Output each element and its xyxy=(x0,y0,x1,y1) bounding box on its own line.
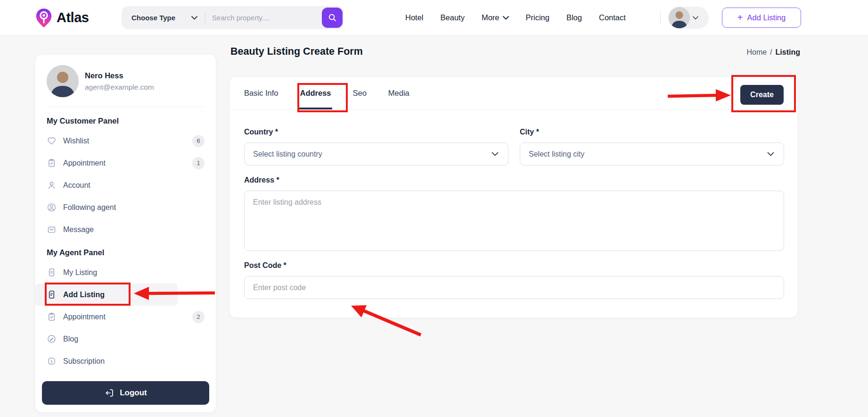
avatar xyxy=(47,65,79,97)
chevron-down-icon xyxy=(503,16,509,20)
search-icon xyxy=(328,13,337,22)
city-select[interactable]: Select listing city xyxy=(520,142,784,166)
file-edit-icon xyxy=(47,290,57,300)
nav-hotel[interactable]: Hotel xyxy=(405,13,424,22)
tab-address[interactable]: Address xyxy=(300,77,331,109)
plus-icon: + xyxy=(737,13,743,22)
count-badge: 1 xyxy=(192,157,205,169)
post-code-input[interactable] xyxy=(244,276,784,299)
nav-blog[interactable]: Blog xyxy=(566,13,582,22)
main-nav: Hotel Beauty More Pricing Blog Contact xyxy=(405,0,626,35)
divider xyxy=(205,12,205,24)
sidebar-item-account[interactable]: Account xyxy=(47,174,205,196)
file-icon xyxy=(47,267,57,277)
user-name: Nero Hess xyxy=(85,71,154,80)
tab-seo[interactable]: Seo xyxy=(353,77,367,109)
agent-panel-title: My Agent Panel xyxy=(47,248,205,259)
choose-type-label: Choose Type xyxy=(131,14,175,22)
nav-more[interactable]: More xyxy=(482,13,509,22)
brand-logo[interactable]: Atlas xyxy=(35,0,89,35)
sidebar-item-label: My Listing xyxy=(63,268,97,277)
divider xyxy=(47,107,205,107)
logout-icon xyxy=(104,388,115,398)
count-badge: 2 xyxy=(192,311,205,323)
pencil-circle-icon xyxy=(47,334,57,344)
dollar-icon: $ xyxy=(47,356,57,366)
breadcrumb-home[interactable]: Home xyxy=(746,48,767,57)
country-select[interactable]: Select listing country xyxy=(244,142,508,166)
breadcrumb-separator: / xyxy=(770,48,772,57)
header: Atlas Choose Type Hotel Beauty More xyxy=(0,0,868,35)
add-listing-button[interactable]: + Add Listing xyxy=(722,8,801,28)
sidebar-item-label: Message xyxy=(63,225,94,234)
tab-basic-info[interactable]: Basic Info xyxy=(244,77,278,109)
tab-media[interactable]: Media xyxy=(388,77,409,109)
heart-icon xyxy=(47,136,57,146)
form-card: Basic Info Address Seo Media Create Coun… xyxy=(229,77,797,317)
sidebar-item-label: Add Listing xyxy=(63,291,105,299)
chevron-down-icon xyxy=(767,152,774,156)
customer-panel-list: Wishlist 6 Appointment 1 Account xyxy=(47,130,205,241)
customer-panel-title: My Customer Panel xyxy=(47,117,205,127)
tabs: Basic Info Address Seo Media xyxy=(229,77,797,110)
sidebar-item-label: Subscription xyxy=(63,357,105,366)
divider xyxy=(660,11,661,24)
sidebar-item-subscription[interactable]: $ Subscription xyxy=(47,350,205,372)
logout-label: Logout xyxy=(120,388,147,398)
sidebar-item-following-agent[interactable]: Following agent xyxy=(47,196,205,218)
choose-type-dropdown[interactable]: Choose Type xyxy=(131,14,197,22)
svg-text:$: $ xyxy=(50,359,53,364)
sidebar-item-wishlist[interactable]: Wishlist 6 xyxy=(47,130,205,152)
sidebar-item-label: Following agent xyxy=(63,203,116,212)
post-code-label: Post Code * xyxy=(244,261,784,270)
profile: Nero Hess agent@example.com xyxy=(47,65,205,97)
count-badge: 6 xyxy=(192,135,205,147)
sidebar: Nero Hess agent@example.com My Customer … xyxy=(35,55,216,412)
address-form: Country * Select listing country City * … xyxy=(229,110,797,299)
search-bar: Choose Type xyxy=(122,6,344,29)
sidebar-item-appointment[interactable]: Appointment 1 xyxy=(47,152,205,174)
chevron-down-icon xyxy=(191,16,197,20)
create-button[interactable]: Create xyxy=(740,85,784,105)
address-label: Address * xyxy=(244,176,784,184)
breadcrumb: Home / Listing xyxy=(746,48,800,57)
page-title: Beauty Listing Create Form xyxy=(230,46,363,58)
country-label: Country * xyxy=(244,128,508,136)
nav-pricing[interactable]: Pricing xyxy=(526,13,549,22)
map-pin-icon xyxy=(35,8,52,28)
user-email: agent@example.com xyxy=(85,83,154,92)
sidebar-item-appointment-agent[interactable]: Appointment 2 xyxy=(47,306,205,328)
address-textarea[interactable] xyxy=(244,191,784,251)
avatar xyxy=(669,7,690,28)
search-button[interactable] xyxy=(322,8,343,28)
clipboard-check-icon xyxy=(47,312,57,322)
agent-panel-list: My Listing Add Listing Appointment 2 Bl xyxy=(47,261,205,372)
envelope-icon xyxy=(47,225,57,234)
logout-button[interactable]: Logout xyxy=(42,381,209,405)
chevron-down-icon xyxy=(491,152,499,156)
sidebar-item-label: Wishlist xyxy=(63,137,89,145)
page: Atlas Choose Type Hotel Beauty More xyxy=(0,0,868,417)
sidebar-item-label: Appointment xyxy=(63,159,106,167)
nav-beauty[interactable]: Beauty xyxy=(441,13,465,22)
breadcrumb-current: Listing xyxy=(776,48,800,57)
user-menu[interactable] xyxy=(668,7,709,29)
country-select-value: Select listing country xyxy=(253,150,322,158)
brand-name: Atlas xyxy=(57,10,89,25)
sidebar-item-blog[interactable]: Blog xyxy=(47,328,205,350)
nav-more-label: More xyxy=(482,13,500,22)
sidebar-item-label: Account xyxy=(63,181,90,190)
clipboard-check-icon xyxy=(47,158,57,168)
add-listing-label: Add Listing xyxy=(747,13,786,22)
user-circle-icon xyxy=(47,202,57,212)
search-input[interactable] xyxy=(212,14,322,22)
sidebar-item-add-listing[interactable]: Add Listing xyxy=(35,284,178,306)
sidebar-item-message[interactable]: Message xyxy=(47,218,205,241)
user-icon xyxy=(47,180,57,190)
nav-contact[interactable]: Contact xyxy=(599,13,626,22)
chevron-down-icon xyxy=(693,16,698,20)
city-label: City * xyxy=(520,128,784,136)
sidebar-item-label: Appointment xyxy=(63,313,106,321)
sidebar-item-my-listing[interactable]: My Listing xyxy=(47,261,205,284)
sidebar-item-label: Blog xyxy=(63,335,78,343)
